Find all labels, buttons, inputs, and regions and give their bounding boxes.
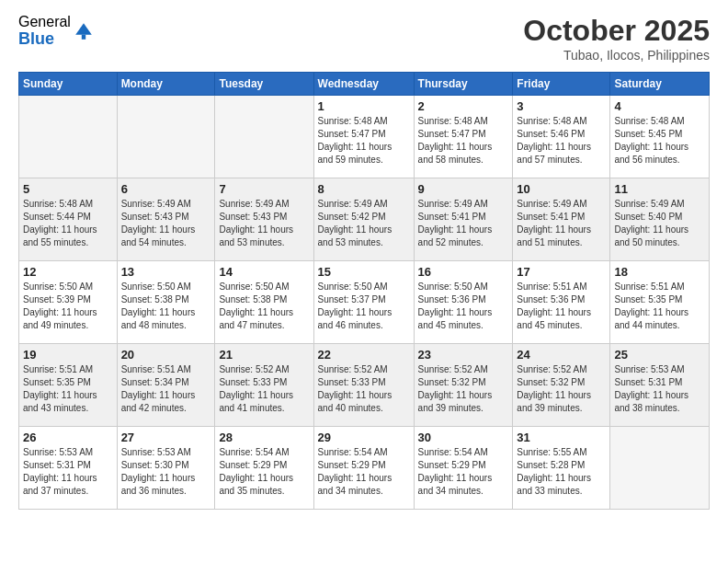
table-row: 14Sunrise: 5:50 AM Sunset: 5:38 PM Dayli… [215, 261, 313, 344]
day-number: 6 [121, 182, 211, 196]
day-info: Sunrise: 5:48 AM Sunset: 5:44 PM Dayligh… [23, 198, 113, 249]
logo-icon [74, 21, 94, 41]
table-row: 20Sunrise: 5:51 AM Sunset: 5:34 PM Dayli… [117, 344, 215, 427]
table-row: 18Sunrise: 5:51 AM Sunset: 5:35 PM Dayli… [610, 261, 710, 344]
day-number: 19 [23, 348, 113, 362]
day-number: 26 [23, 431, 113, 444]
day-number: 11 [614, 182, 705, 196]
table-row: 11Sunrise: 5:49 AM Sunset: 5:40 PM Dayli… [610, 178, 710, 261]
table-row: 8Sunrise: 5:49 AM Sunset: 5:42 PM Daylig… [313, 178, 414, 261]
day-info: Sunrise: 5:55 AM Sunset: 5:28 PM Dayligh… [517, 446, 606, 498]
day-info: Sunrise: 5:51 AM Sunset: 5:34 PM Dayligh… [121, 363, 211, 415]
svg-rect-1 [82, 34, 85, 39]
calendar-week-row: 19Sunrise: 5:51 AM Sunset: 5:35 PM Dayli… [19, 344, 710, 427]
table-row: 7Sunrise: 5:49 AM Sunset: 5:43 PM Daylig… [215, 178, 313, 261]
day-info: Sunrise: 5:50 AM Sunset: 5:37 PM Dayligh… [318, 281, 410, 332]
day-number: 23 [418, 348, 509, 362]
day-info: Sunrise: 5:51 AM Sunset: 5:35 PM Dayligh… [614, 281, 705, 332]
table-row: 2Sunrise: 5:48 AM Sunset: 5:47 PM Daylig… [414, 96, 513, 178]
col-saturday: Saturday [610, 73, 710, 96]
col-friday: Friday [513, 73, 610, 96]
page: General Blue October 2025 Tubao, Ilocos,… [0, 0, 728, 563]
table-row: 13Sunrise: 5:50 AM Sunset: 5:38 PM Dayli… [117, 261, 215, 344]
table-row [117, 96, 215, 178]
table-row [19, 96, 118, 178]
day-number: 30 [418, 431, 509, 444]
day-info: Sunrise: 5:50 AM Sunset: 5:36 PM Dayligh… [418, 281, 509, 332]
table-row: 28Sunrise: 5:54 AM Sunset: 5:29 PM Dayli… [215, 427, 313, 510]
day-info: Sunrise: 5:49 AM Sunset: 5:42 PM Dayligh… [318, 198, 410, 249]
table-row: 10Sunrise: 5:49 AM Sunset: 5:41 PM Dayli… [513, 178, 610, 261]
day-number: 15 [318, 265, 410, 279]
day-number: 21 [219, 348, 309, 362]
day-info: Sunrise: 5:50 AM Sunset: 5:39 PM Dayligh… [23, 281, 113, 332]
table-row: 19Sunrise: 5:51 AM Sunset: 5:35 PM Dayli… [19, 344, 118, 427]
day-number: 7 [219, 182, 309, 196]
day-info: Sunrise: 5:50 AM Sunset: 5:38 PM Dayligh… [121, 281, 211, 332]
day-number: 1 [318, 99, 410, 113]
day-info: Sunrise: 5:53 AM Sunset: 5:31 PM Dayligh… [614, 363, 705, 415]
day-number: 28 [219, 431, 309, 444]
day-number: 16 [418, 265, 509, 279]
day-info: Sunrise: 5:48 AM Sunset: 5:46 PM Dayligh… [517, 115, 606, 167]
day-info: Sunrise: 5:51 AM Sunset: 5:36 PM Dayligh… [517, 281, 606, 332]
calendar-week-row: 5Sunrise: 5:48 AM Sunset: 5:44 PM Daylig… [19, 178, 710, 261]
day-info: Sunrise: 5:49 AM Sunset: 5:40 PM Dayligh… [614, 198, 705, 249]
day-number: 17 [517, 265, 606, 279]
logo-general: General [18, 14, 71, 30]
table-row: 21Sunrise: 5:52 AM Sunset: 5:33 PM Dayli… [215, 344, 313, 427]
day-number: 29 [318, 431, 410, 444]
day-info: Sunrise: 5:50 AM Sunset: 5:38 PM Dayligh… [219, 281, 309, 332]
day-number: 31 [517, 431, 606, 444]
calendar-header-row: Sunday Monday Tuesday Wednesday Thursday… [19, 73, 710, 96]
col-thursday: Thursday [414, 73, 513, 96]
table-row: 23Sunrise: 5:52 AM Sunset: 5:32 PM Dayli… [414, 344, 513, 427]
table-row: 6Sunrise: 5:49 AM Sunset: 5:43 PM Daylig… [117, 178, 215, 261]
table-row: 5Sunrise: 5:48 AM Sunset: 5:44 PM Daylig… [19, 178, 118, 261]
col-tuesday: Tuesday [215, 73, 313, 96]
day-info: Sunrise: 5:53 AM Sunset: 5:31 PM Dayligh… [23, 446, 113, 498]
table-row: 17Sunrise: 5:51 AM Sunset: 5:36 PM Dayli… [513, 261, 610, 344]
day-info: Sunrise: 5:48 AM Sunset: 5:45 PM Dayligh… [614, 115, 705, 167]
table-row: 12Sunrise: 5:50 AM Sunset: 5:39 PM Dayli… [19, 261, 118, 344]
day-number: 18 [614, 265, 705, 279]
day-number: 3 [517, 99, 606, 113]
day-number: 20 [121, 348, 211, 362]
table-row: 27Sunrise: 5:53 AM Sunset: 5:30 PM Dayli… [117, 427, 215, 510]
table-row: 9Sunrise: 5:49 AM Sunset: 5:41 PM Daylig… [414, 178, 513, 261]
day-number: 8 [318, 182, 410, 196]
day-info: Sunrise: 5:52 AM Sunset: 5:32 PM Dayligh… [418, 363, 509, 415]
logo-blue: Blue [18, 30, 71, 49]
day-info: Sunrise: 5:52 AM Sunset: 5:32 PM Dayligh… [517, 363, 606, 415]
day-info: Sunrise: 5:54 AM Sunset: 5:29 PM Dayligh… [219, 446, 309, 498]
day-info: Sunrise: 5:48 AM Sunset: 5:47 PM Dayligh… [418, 115, 509, 167]
col-monday: Monday [117, 73, 215, 96]
table-row: 3Sunrise: 5:48 AM Sunset: 5:46 PM Daylig… [513, 96, 610, 178]
col-sunday: Sunday [19, 73, 118, 96]
logo: General Blue [18, 14, 94, 48]
table-row [215, 96, 313, 178]
day-number: 4 [614, 99, 705, 113]
day-info: Sunrise: 5:48 AM Sunset: 5:47 PM Dayligh… [318, 115, 410, 167]
day-info: Sunrise: 5:54 AM Sunset: 5:29 PM Dayligh… [318, 446, 410, 498]
day-number: 10 [517, 182, 606, 196]
calendar-table: Sunday Monday Tuesday Wednesday Thursday… [18, 72, 710, 510]
table-row: 16Sunrise: 5:50 AM Sunset: 5:36 PM Dayli… [414, 261, 513, 344]
table-row: 4Sunrise: 5:48 AM Sunset: 5:45 PM Daylig… [610, 96, 710, 178]
header: General Blue October 2025 Tubao, Ilocos,… [18, 14, 710, 63]
table-row: 15Sunrise: 5:50 AM Sunset: 5:37 PM Dayli… [313, 261, 414, 344]
month-title: October 2025 [523, 14, 710, 48]
title-section: October 2025 Tubao, Ilocos, Philippines [523, 14, 710, 63]
day-info: Sunrise: 5:49 AM Sunset: 5:43 PM Dayligh… [121, 198, 211, 249]
svg-marker-0 [75, 23, 92, 34]
table-row: 31Sunrise: 5:55 AM Sunset: 5:28 PM Dayli… [513, 427, 610, 510]
day-number: 27 [121, 431, 211, 444]
day-info: Sunrise: 5:49 AM Sunset: 5:43 PM Dayligh… [219, 198, 309, 249]
table-row: 24Sunrise: 5:52 AM Sunset: 5:32 PM Dayli… [513, 344, 610, 427]
location: Tubao, Ilocos, Philippines [523, 48, 710, 63]
day-number: 2 [418, 99, 509, 113]
calendar-week-row: 12Sunrise: 5:50 AM Sunset: 5:39 PM Dayli… [19, 261, 710, 344]
day-info: Sunrise: 5:51 AM Sunset: 5:35 PM Dayligh… [23, 363, 113, 415]
logo-text: General Blue [18, 14, 71, 48]
day-number: 12 [23, 265, 113, 279]
